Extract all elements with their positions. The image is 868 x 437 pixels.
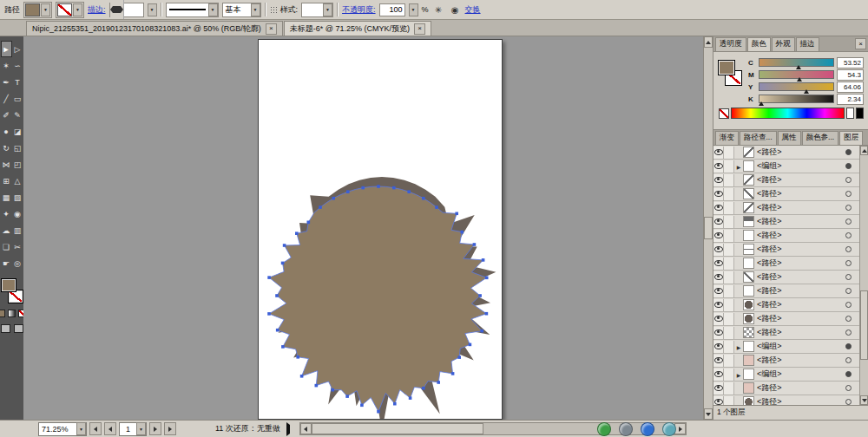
artboard-navigation[interactable]: 1	[119, 422, 147, 436]
visibility-toggle[interactable]	[713, 216, 724, 228]
magic-wand-tool[interactable]: ✶	[1, 57, 12, 74]
channel-value[interactable]: 53.52	[837, 57, 864, 68]
close-tab-icon[interactable]: ×	[266, 23, 277, 35]
layer-row[interactable]: <路径>	[713, 146, 859, 160]
visibility-toggle[interactable]	[713, 244, 724, 256]
visibility-toggle[interactable]	[713, 396, 724, 406]
anchor-point[interactable]	[296, 355, 299, 359]
layer-row[interactable]: <路径>	[713, 257, 859, 271]
layer-target[interactable]	[843, 357, 854, 363]
blob-brush-tool[interactable]: ●	[1, 123, 12, 140]
lock-toggle[interactable]	[724, 244, 734, 256]
mesh-tool[interactable]: ▦	[1, 189, 12, 205]
horizontal-scroll-thumb[interactable]	[312, 423, 483, 434]
lock-toggle[interactable]	[724, 355, 734, 367]
anchor-point[interactable]	[283, 244, 286, 247]
perspective-grid-tool[interactable]: △	[12, 173, 23, 189]
lock-toggle[interactable]	[724, 327, 734, 339]
lasso-tool[interactable]: ∽	[12, 57, 23, 74]
vertical-scroll-thumb[interactable]	[704, 217, 713, 239]
channel-value[interactable]: 64.06	[837, 82, 864, 93]
anchor-point[interactable]	[345, 395, 349, 398]
lock-toggle[interactable]	[724, 147, 734, 159]
layer-target[interactable]	[843, 329, 854, 336]
layer-name[interactable]: <编组>	[757, 341, 843, 352]
eraser-tool[interactable]: ◪	[12, 123, 23, 140]
anchor-point[interactable]	[482, 258, 485, 262]
visibility-toggle[interactable]	[713, 147, 724, 159]
anchor-point[interactable]	[409, 396, 412, 400]
gray-app-icon[interactable]	[619, 422, 633, 436]
anchor-point[interactable]	[267, 312, 271, 316]
panel-tab[interactable]: 颜色参...	[802, 131, 839, 145]
line-segment-tool[interactable]: ╱	[1, 90, 12, 107]
anchor-point[interactable]	[295, 232, 299, 235]
black-swatch[interactable]	[856, 108, 864, 119]
anchor-point[interactable]	[281, 345, 285, 349]
stroke-color-dropdown[interactable]	[56, 2, 84, 18]
slider-handle[interactable]	[759, 101, 764, 106]
lock-toggle[interactable]	[724, 160, 734, 173]
layer-row[interactable]: <路径>	[713, 312, 859, 326]
artboard[interactable]	[258, 39, 503, 420]
symbol-sprayer-tool[interactable]: ☁	[1, 222, 12, 238]
layer-target[interactable]	[843, 191, 854, 197]
layer-row[interactable]: <路径>	[713, 395, 859, 405]
lock-toggle[interactable]	[724, 188, 734, 200]
layer-name[interactable]: <路径>	[757, 202, 843, 213]
zoom-dropdown[interactable]: 71.25%	[38, 422, 87, 436]
layer-row[interactable]: <路径>	[713, 354, 859, 368]
channel-slider[interactable]	[759, 82, 834, 91]
white-swatch[interactable]	[846, 108, 854, 119]
free-transform-tool[interactable]: ◰	[12, 156, 23, 173]
channel-value[interactable]: 54.3	[837, 69, 864, 81]
fill-stroke-control[interactable]	[2, 279, 23, 303]
layer-name[interactable]: <编组>	[757, 369, 843, 380]
layer-row[interactable]: <路径>	[713, 382, 859, 395]
visibility-toggle[interactable]	[713, 355, 724, 367]
anchor-point[interactable]	[319, 205, 322, 209]
visibility-toggle[interactable]	[713, 160, 724, 173]
eyedropper-tool[interactable]: ✦	[1, 205, 12, 222]
expand-arrow-icon[interactable]	[734, 370, 743, 379]
visibility-toggle[interactable]	[713, 382, 724, 395]
paintbrush-tool[interactable]: ✐	[1, 107, 12, 123]
anchor-point[interactable]	[361, 186, 365, 190]
layer-target[interactable]	[843, 218, 854, 225]
channel-slider[interactable]	[759, 95, 834, 103]
slider-handle[interactable]	[796, 65, 801, 69]
previous-artboard-icon[interactable]	[104, 422, 116, 435]
layer-row[interactable]: <路径>	[713, 271, 859, 284]
panel-tab[interactable]: 渐变	[715, 131, 739, 145]
visibility-toggle[interactable]	[713, 258, 724, 270]
visibility-toggle[interactable]	[713, 313, 724, 325]
anchor-point[interactable]	[485, 277, 489, 280]
toolbar-stroke-swatch[interactable]	[9, 290, 23, 303]
shape-builder-tool[interactable]: ⊞	[1, 173, 12, 189]
stroke-width-stepper[interactable]	[110, 0, 124, 19]
screen-mode-button[interactable]	[14, 324, 23, 333]
stroke-panel-link[interactable]: 描边:	[88, 4, 106, 16]
draw-normal-button[interactable]	[1, 324, 10, 333]
lock-toggle[interactable]	[724, 271, 734, 284]
channel-value[interactable]: 2.34	[837, 94, 864, 105]
slice-tool[interactable]: ✂	[12, 238, 23, 255]
visibility-toggle[interactable]	[713, 230, 724, 242]
scroll-left-icon[interactable]	[300, 423, 312, 434]
anchor-point[interactable]	[393, 402, 397, 406]
target-options-icon[interactable]: ◉	[449, 3, 462, 16]
first-artboard-icon[interactable]	[89, 422, 102, 435]
panel-fill-swatch[interactable]	[719, 61, 734, 75]
layer-target[interactable]	[843, 149, 854, 155]
rectangle-tool[interactable]: ▭	[12, 90, 23, 107]
slider-handle[interactable]	[797, 77, 802, 82]
layer-name[interactable]: <路径>	[757, 327, 843, 338]
layer-row[interactable]: <路径>	[713, 173, 859, 187]
color-spectrum-bar[interactable]	[731, 108, 845, 119]
layer-target[interactable]	[843, 163, 854, 169]
anchor-point[interactable]	[332, 197, 335, 200]
lock-toggle[interactable]	[724, 285, 734, 297]
anchor-point[interactable]	[422, 387, 425, 390]
panel-tab[interactable]: 路径查...	[740, 131, 777, 145]
canvas-area[interactable]	[23, 36, 703, 420]
